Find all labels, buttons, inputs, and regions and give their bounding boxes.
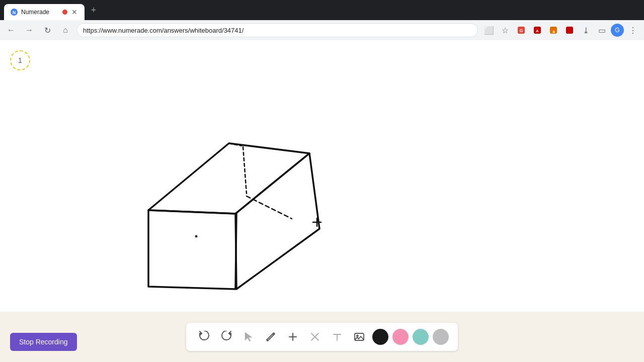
color-pink[interactable] [392, 329, 409, 345]
svg-rect-8 [566, 27, 573, 34]
screenshot-icon[interactable]: ⬜ [482, 23, 496, 37]
svg-rect-18 [355, 333, 364, 340]
svg-text:A: A [536, 29, 539, 33]
extension-icon-4[interactable] [562, 23, 577, 37]
forward-button[interactable]: → [22, 23, 36, 37]
color-teal[interactable] [413, 329, 429, 345]
address-bar[interactable]: https://www.numerade.com/answers/whitebo… [76, 23, 478, 37]
redo-button[interactable] [216, 327, 236, 347]
new-tab-button[interactable]: + [87, 3, 101, 17]
add-button[interactable] [283, 327, 303, 347]
svg-marker-10 [245, 332, 252, 341]
back-button[interactable]: ← [4, 23, 18, 37]
svg-point-19 [357, 335, 358, 337]
extension-icon-3[interactable]: 🔥 [546, 23, 560, 37]
svg-text:N: N [13, 10, 16, 15]
browser-nav-bar: ← → ↻ ⌂ https://www.numerade.com/answers… [0, 20, 644, 40]
tab-recording-dot [62, 10, 67, 15]
eraser-button[interactable] [305, 327, 325, 347]
menu-icon[interactable]: ⋮ [626, 23, 640, 37]
tab-close-button[interactable]: ✕ [70, 8, 78, 16]
browser-chrome: N Numerade ✕ + [0, 0, 644, 20]
whiteboard-drawing [0, 40, 644, 312]
nav-icons-group: ⬜ ☆ G A 🔥 ⤓ ▭ G ⋮ [482, 23, 640, 37]
profile-avatar[interactable]: G [611, 24, 624, 37]
home-button[interactable]: ⌂ [58, 23, 72, 37]
text-button[interactable] [327, 327, 347, 347]
color-black[interactable] [372, 329, 388, 345]
browser-tab[interactable]: N Numerade ✕ [4, 4, 85, 20]
undo-button[interactable] [194, 327, 214, 347]
refresh-button[interactable]: ↻ [40, 23, 54, 37]
svg-point-9 [195, 235, 198, 238]
stop-recording-button[interactable]: Stop Recording [10, 333, 77, 351]
url-text: https://www.numerade.com/answers/whitebo… [83, 27, 244, 34]
svg-text:🔥: 🔥 [551, 28, 557, 34]
tab-title: Numerade [21, 9, 59, 16]
svg-line-11 [273, 334, 274, 335]
bottom-area: Stop Recording [0, 312, 644, 362]
select-button[interactable] [238, 327, 259, 347]
bookmark-icon[interactable]: ☆ [498, 23, 512, 37]
tab-favicon: N [10, 8, 18, 16]
extension-icon-2[interactable]: A [530, 23, 544, 37]
pencil-button[interactable] [261, 327, 281, 347]
image-button[interactable] [349, 327, 369, 347]
downloads-icon[interactable]: ⤓ [579, 23, 593, 37]
svg-text:G: G [519, 28, 523, 33]
toolbar [186, 323, 458, 351]
color-gray[interactable] [433, 329, 449, 345]
cast-icon[interactable]: ▭ [595, 23, 609, 37]
whiteboard-canvas[interactable]: 1 [0, 40, 644, 312]
extension-icon-1[interactable]: G [514, 23, 528, 37]
